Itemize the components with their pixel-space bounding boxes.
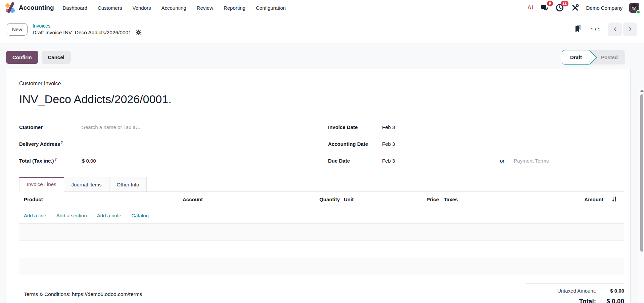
help-icon[interactable]: ? xyxy=(55,158,57,161)
payment-terms-input[interactable] xyxy=(514,158,584,164)
untaxed-amount-value: $ 0.00 xyxy=(596,288,624,294)
breadcrumb: Invoices Draft Invoice INV_Deco Addicts/… xyxy=(33,23,141,36)
tab-invoice-lines[interactable]: Invoice Lines xyxy=(19,177,64,192)
terms-and-conditions[interactable]: Terms & Conditions: https://demo6.odoo.c… xyxy=(24,283,142,297)
invoice-sheet: Customer Invoice INV_Deco Addicts/2026/0… xyxy=(7,69,631,303)
breadcrumb-invoices-link[interactable]: Invoices xyxy=(33,23,141,29)
customer-field-row: Customer xyxy=(19,119,328,135)
total-label: Total: xyxy=(579,298,596,303)
activities-button[interactable]: 22 xyxy=(555,3,564,12)
column-unit: Unit xyxy=(340,197,414,202)
scroll-up-arrow[interactable] xyxy=(640,89,644,92)
menu-dashboard[interactable]: Dashboard xyxy=(63,5,87,11)
chat-bubbles-icon xyxy=(540,4,548,12)
column-quantity: Quantity xyxy=(310,197,340,202)
total-tax-inc-value[interactable]: $ 0.00 xyxy=(82,158,96,164)
add-a-line-link[interactable]: Add a line xyxy=(24,213,46,218)
invoice-date-label: Invoice Date xyxy=(328,124,382,130)
app-brand[interactable]: Accounting xyxy=(5,3,54,13)
total-tax-inc-field-row: Total (Tax inc.)? $ 0.00 xyxy=(19,152,328,169)
document-type-label: Customer Invoice xyxy=(19,81,624,87)
untaxed-amount-row: Untaxed Amount: $ 0.00 xyxy=(526,288,624,294)
accounting-app-icon xyxy=(5,3,15,13)
pager-previous-button[interactable] xyxy=(608,23,622,36)
developer-tools-button[interactable] xyxy=(571,3,580,12)
pager-next-button[interactable] xyxy=(623,23,637,36)
user-avatar[interactable] xyxy=(629,3,639,13)
customer-input[interactable] xyxy=(82,124,226,130)
form-view: Confirm Cancel Draft Posted Customer Inv… xyxy=(0,43,644,303)
invoice-lines-table: Product Account Quantity Unit Price Taxe… xyxy=(19,192,624,275)
accounting-date-field-row: Accounting Date Feb 3 xyxy=(328,135,624,152)
due-date-label: Due Date xyxy=(328,158,382,164)
invoice-title[interactable]: INV_Deco Addicts/2026/0001. xyxy=(19,91,470,107)
due-date-field-row: Due Date Feb 3 or xyxy=(328,152,624,169)
help-icon[interactable]: ? xyxy=(61,141,63,144)
due-date-value[interactable]: Feb 3 xyxy=(382,158,500,164)
tab-other-info[interactable]: Other Info xyxy=(109,177,147,191)
new-button[interactable]: New xyxy=(7,23,28,36)
menu-customers[interactable]: Customers xyxy=(98,5,122,11)
cancel-button[interactable]: Cancel xyxy=(42,51,71,64)
company-switcher[interactable]: Demo Company xyxy=(586,5,623,11)
empty-table-row xyxy=(19,241,624,258)
tools-icon xyxy=(571,4,579,11)
accounting-date-value[interactable]: Feb 3 xyxy=(382,141,395,147)
chevron-right-icon xyxy=(628,27,633,32)
untaxed-amount-label: Untaxed Amount: xyxy=(557,288,596,294)
or-label: or xyxy=(500,158,504,164)
menu-configuration[interactable]: Configuration xyxy=(256,5,286,11)
catalog-link[interactable]: Catalog xyxy=(131,213,149,218)
column-price: Price xyxy=(414,197,439,202)
menu-review[interactable]: Review xyxy=(197,5,213,11)
accounting-date-label: Accounting Date xyxy=(328,141,382,147)
invoice-date-value[interactable]: Feb 3 xyxy=(382,124,395,130)
top-navbar: Accounting Dashboard Customers Vendors A… xyxy=(0,0,644,15)
pager-counter: 1 / 1 xyxy=(591,27,600,32)
statusbar: Draft Posted xyxy=(562,50,625,64)
customer-label: Customer xyxy=(19,124,82,130)
menu-accounting[interactable]: Accounting xyxy=(161,5,186,11)
delivery-address-field-row: Delivery Address? xyxy=(19,135,328,152)
menu-reporting[interactable]: Reporting xyxy=(224,5,245,11)
gear-icon[interactable] xyxy=(136,30,141,35)
ai-assistant-button[interactable]: AI xyxy=(527,4,533,11)
status-draft[interactable]: Draft xyxy=(562,50,590,64)
optional-columns-icon[interactable] xyxy=(603,196,625,203)
breadcrumb-current: Draft Invoice INV_Deco Addicts/2026/0001… xyxy=(33,30,133,36)
add-a-section-link[interactable]: Add a section xyxy=(56,213,87,218)
total-tax-inc-label: Total (Tax inc.)? xyxy=(19,158,82,164)
add-a-note-link[interactable]: Add a note xyxy=(97,213,122,218)
control-panel: New Invoices Draft Invoice INV_Deco Addi… xyxy=(0,15,644,43)
empty-table-row xyxy=(19,224,624,241)
column-product: Product xyxy=(19,197,183,202)
chevron-left-icon xyxy=(613,27,617,32)
table-header-row: Product Account Quantity Unit Price Taxe… xyxy=(19,192,624,207)
column-amount: Amount xyxy=(550,197,603,202)
tab-journal-items[interactable]: Journal Items xyxy=(64,177,109,191)
online-status-dot xyxy=(636,10,640,14)
app-name: Accounting xyxy=(19,4,54,11)
menu-vendors[interactable]: Vendors xyxy=(132,5,151,11)
vertical-scrollbar[interactable] xyxy=(639,87,644,303)
main-menu: Dashboard Customers Vendors Accounting R… xyxy=(63,5,286,11)
activities-count-badge: 22 xyxy=(561,1,568,6)
confirm-button[interactable]: Confirm xyxy=(6,51,38,64)
total-row: Total: $ 0.00 xyxy=(526,298,624,303)
column-account: Account xyxy=(183,197,310,202)
empty-table-row xyxy=(19,258,624,275)
table-actions-row: Add a line Add a section Add a note Cata… xyxy=(19,207,624,224)
messages-count-badge: 9 xyxy=(547,1,553,6)
totals-block: Untaxed Amount: $ 0.00 Total: $ 0.00 xyxy=(526,283,624,303)
messages-button[interactable]: 9 xyxy=(540,3,549,12)
invoice-date-field-row: Invoice Date Feb 3 xyxy=(328,119,624,135)
bookmark-icon[interactable] xyxy=(574,25,582,34)
notebook-tabs: Invoice Lines Journal Items Other Info xyxy=(19,177,624,192)
total-value: $ 0.00 xyxy=(596,298,624,303)
column-taxes: Taxes xyxy=(439,197,550,202)
scrollbar-thumb[interactable] xyxy=(640,94,643,252)
delivery-address-label: Delivery Address? xyxy=(19,141,82,147)
